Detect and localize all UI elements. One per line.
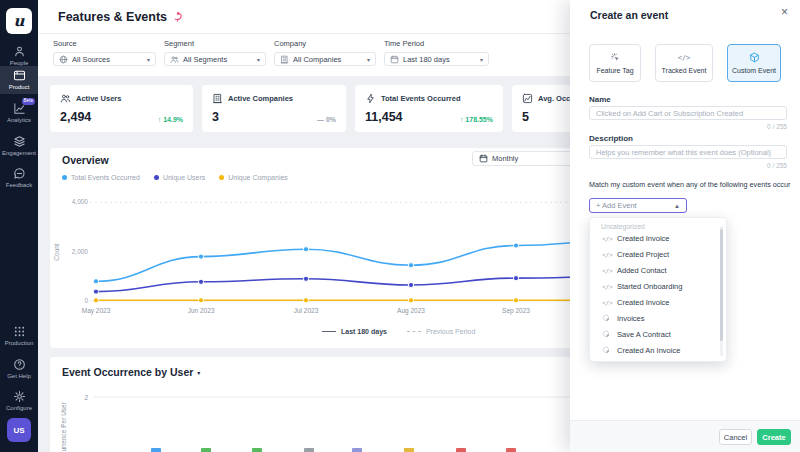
- dropdown-item-save-a-contract[interactable]: Save A Contract: [590, 326, 720, 342]
- filter-select-source[interactable]: All Sources▾: [53, 52, 156, 66]
- legend-label: Total Events Occurred: [71, 174, 140, 181]
- dropdown-scrollbar-thumb[interactable]: [720, 229, 723, 341]
- filter-value: All Segments: [183, 55, 253, 64]
- chevron-down-icon: ▾: [257, 56, 260, 63]
- globe-icon: [59, 55, 68, 64]
- description-counter: 0 / 255: [767, 162, 787, 169]
- dropdown-item-label: Categories - Forum: [617, 362, 682, 363]
- tag-icon: [602, 346, 611, 355]
- legend-dot: [154, 175, 159, 180]
- user-avatar[interactable]: US: [7, 418, 31, 442]
- filter-select-company[interactable]: All Companies▾: [274, 52, 376, 66]
- legend-line-solid: [322, 331, 336, 332]
- create-button[interactable]: Create: [757, 429, 791, 445]
- users-icon: [60, 93, 71, 104]
- add-event-select[interactable]: + Add Event ▲: [589, 198, 687, 213]
- stat-card-header: Total Events Occurred: [365, 93, 493, 104]
- svg-text:4,000: 4,000: [72, 198, 89, 205]
- dropdown-scrollbar[interactable]: [720, 226, 723, 356]
- dropdown-item-created-invoice[interactable]: </>Created Invoice: [590, 230, 720, 246]
- building-icon: [212, 93, 223, 104]
- name-counter: 0 / 255: [767, 123, 787, 130]
- stat-delta: ↑ 178.55%: [460, 116, 493, 123]
- event-type-custom-event[interactable]: Custom Event: [727, 44, 781, 82]
- code-icon: </>: [602, 266, 611, 275]
- sidebar-item-configure[interactable]: Configure: [0, 387, 38, 415]
- dropdown-item-label: Created Invoice: [617, 298, 670, 307]
- stat-card-total-events-occurred: Total Events Occurred11,454↑ 178.55%: [355, 85, 503, 132]
- name-input[interactable]: [589, 106, 787, 120]
- sidebar-item-feedback[interactable]: Feedback: [0, 164, 38, 192]
- svg-text:Avg. Occurrence Per User: Avg. Occurrence Per User: [60, 401, 68, 452]
- filter-select-time-period[interactable]: Last 180 days▾: [384, 52, 489, 66]
- dropdown-item-label: Added Contact: [617, 266, 667, 275]
- sidebar-item-get-help[interactable]: Get Help: [0, 355, 38, 383]
- bottom-legend-label: Last 180 days: [341, 328, 387, 335]
- app-logo[interactable]: u: [6, 8, 32, 34]
- event-type-tracked-event[interactable]: </> Tracked Event: [655, 44, 713, 82]
- filter-label: Segment: [164, 39, 266, 48]
- legend-item-total-events-occurred[interactable]: Total Events Occurred: [62, 174, 140, 181]
- panel-title: Create an event: [590, 9, 668, 21]
- stat-label: Total Events Occurred: [381, 94, 460, 103]
- product-icon: [13, 69, 26, 82]
- dropdown-item-added-contact[interactable]: </>Added Contact: [590, 262, 720, 278]
- legend-dot: [62, 175, 67, 180]
- filter-company: CompanyAll Companies▾: [274, 39, 376, 66]
- svg-text:Sep 2023: Sep 2023: [502, 307, 530, 315]
- dropdown-item-created-project[interactable]: </>Created Project: [590, 246, 720, 262]
- dropdown-item-created-an-invoice[interactable]: Created An Invoice: [590, 342, 720, 358]
- feedback-icon: [13, 167, 26, 180]
- dropdown-item-label: Save A Contract: [617, 330, 671, 339]
- dropdown-item-label: Started Onboarding: [617, 282, 682, 291]
- filter-label: Company: [274, 39, 376, 48]
- close-icon[interactable]: ×: [781, 6, 788, 18]
- users-icon: [170, 55, 179, 64]
- svg-text:Count: Count: [53, 243, 60, 261]
- period-select-value: Monthly: [492, 154, 518, 163]
- legend-item-unique-companies[interactable]: Unique Companies: [219, 174, 288, 181]
- stat-label: Active Users: [76, 94, 121, 103]
- sidebar-item-engagement[interactable]: Engagement: [0, 132, 38, 160]
- dropdown-item-created-invoice[interactable]: </>Created Invoice: [590, 294, 720, 310]
- svg-text:Jun 2023: Jun 2023: [188, 307, 215, 314]
- stat-card-active-companies: Active Companies3— 0%: [202, 85, 346, 132]
- sidebar: u PeopleProductBetaAnalyticsEngagementFe…: [0, 0, 38, 452]
- event-dropdown: Uncategorized </>Created Invoice</>Creat…: [589, 217, 727, 362]
- cancel-button[interactable]: Cancel: [719, 429, 752, 445]
- sidebar-item-analytics[interactable]: BetaAnalytics: [0, 99, 38, 127]
- name-field-label: Name: [589, 95, 611, 104]
- svg-text:2: 2: [84, 394, 88, 401]
- legend-label: Unique Users: [163, 174, 205, 181]
- code-icon: </>: [602, 250, 611, 259]
- filter-label: Source: [53, 39, 156, 48]
- avatar-initials: US: [13, 426, 24, 435]
- svg-text:0: 0: [84, 297, 88, 304]
- sidebar-item-label: Analytics: [7, 117, 31, 124]
- grid-icon: [13, 325, 26, 338]
- dropdown-item-started-onboarding[interactable]: </>Started Onboarding: [590, 278, 720, 294]
- filter-select-segment[interactable]: All Segments▾: [164, 52, 266, 66]
- area-chart-icon: [522, 93, 533, 104]
- app-logo-letter: u: [14, 12, 25, 30]
- dropdown-item-invoices[interactable]: Invoices: [590, 310, 720, 326]
- legend-label: Unique Companies: [228, 174, 288, 181]
- code-icon: </>: [602, 298, 611, 307]
- dropdown-item-label: Created Project: [617, 250, 669, 259]
- sidebar-item-production[interactable]: Production: [0, 322, 38, 350]
- code-icon: </>: [678, 52, 691, 63]
- building-icon: [280, 55, 289, 64]
- event-type-label: Feature Tag: [596, 67, 633, 74]
- sidebar-item-product[interactable]: Product: [0, 66, 38, 94]
- dropdown-item-categories-forum[interactable]: Categories - Forum: [590, 358, 720, 362]
- description-input[interactable]: [589, 145, 787, 159]
- legend-item-unique-users[interactable]: Unique Users: [154, 174, 205, 181]
- filter-time-period: Time PeriodLast 180 days▾: [384, 39, 489, 66]
- people-icon: [13, 45, 26, 58]
- chevron-up-icon: ▲: [674, 203, 680, 209]
- svg-text:Jul 2023: Jul 2023: [294, 307, 319, 314]
- event-type-feature-tag[interactable]: Feature Tag: [589, 44, 641, 82]
- stat-label: Active Companies: [228, 94, 293, 103]
- code-icon: </>: [602, 234, 611, 243]
- bottom-legend-previous-period: Previous Period: [407, 328, 475, 335]
